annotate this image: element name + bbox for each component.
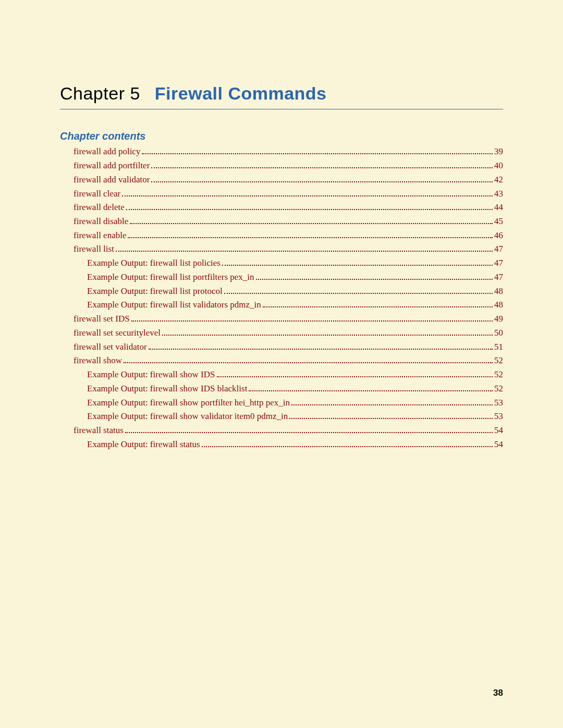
toc-entry-label: Example Output: firewall list protocol [87, 286, 223, 298]
toc-leader-dots [142, 145, 493, 154]
toc-entry[interactable]: Example Output: firewall list protocol48 [60, 285, 503, 297]
chapter-title: Firewall Commands [155, 83, 327, 104]
toc-entry[interactable]: Example Output: firewall show portfilter… [60, 396, 503, 409]
toc-leader-dots [217, 368, 493, 377]
toc-entry[interactable]: Example Output: firewall list validators… [60, 299, 503, 311]
toc-entry[interactable]: firewall disable45 [60, 215, 503, 228]
toc-leader-dots [131, 313, 493, 322]
toc-entry-label: firewall delete [74, 202, 125, 214]
toc-entry[interactable]: Example Output: firewall list policies47 [60, 257, 503, 269]
toc-leader-dots [128, 229, 493, 238]
toc-entry-page: 47 [494, 257, 503, 269]
toc-entry-label: firewall set IDS [74, 313, 130, 325]
toc-leader-dots [224, 285, 493, 293]
toc-entry-page: 53 [494, 397, 503, 409]
toc-entry-label: firewall clear [74, 188, 120, 200]
toc-entry[interactable]: firewall set IDS49 [60, 313, 503, 325]
toc-entry-label: firewall set validator [74, 341, 147, 353]
toc-leader-dots [151, 173, 493, 182]
toc-entry-page: 52 [494, 355, 503, 367]
toc-entry[interactable]: firewall status54 [60, 424, 503, 437]
toc-entry-label: Example Output: firewall list portfilter… [87, 272, 254, 283]
toc-leader-dots [130, 215, 493, 224]
toc-entry[interactable]: Example Output: firewall status54 [60, 438, 503, 450]
toc-entry-label: firewall status [74, 425, 124, 437]
toc-leader-dots [116, 243, 493, 252]
toc-entry-page: 54 [494, 425, 503, 437]
toc-entry-page: 47 [494, 243, 503, 255]
toc-entry-page: 45 [494, 216, 503, 228]
toc-leader-dots [162, 327, 493, 336]
toc-entry-page: 47 [494, 272, 503, 283]
toc-entry-page: 51 [494, 341, 503, 353]
toc-leader-dots [249, 382, 493, 391]
toc-entry-page: 48 [494, 286, 503, 298]
toc-entry[interactable]: firewall show52 [60, 354, 503, 367]
chapter-heading: Chapter 5 Firewall Commands [60, 83, 503, 109]
toc-entry-label: firewall show [74, 355, 122, 367]
toc-entry-page: 52 [494, 383, 503, 395]
toc-entry[interactable]: firewall add policy39 [60, 145, 503, 158]
toc-entry-label: Example Output: firewall list validators… [87, 299, 261, 311]
toc-entry[interactable]: Example Output: firewall show validator … [60, 410, 503, 423]
toc-entry-page: 40 [494, 160, 503, 172]
toc-entry-page: 52 [494, 369, 503, 381]
toc-entry-page: 53 [494, 411, 503, 423]
toc-entry[interactable]: firewall set securitylevel50 [60, 327, 503, 339]
toc-entry-page: 49 [494, 313, 503, 325]
toc-leader-dots [291, 396, 493, 405]
toc-entry-page: 39 [494, 146, 503, 158]
toc-entry-label: Example Output: firewall show IDS blackl… [87, 383, 247, 395]
toc-entry-label: firewall enable [74, 230, 126, 242]
toc-entry-label: Example Output: firewall show validator … [87, 411, 288, 423]
toc-entry[interactable]: firewall enable46 [60, 229, 503, 241]
toc-entry-page: 42 [494, 174, 503, 186]
toc-entry-label: Example Output: firewall status [87, 439, 200, 451]
page-container: Chapter 5 Firewall Commands Chapter cont… [0, 0, 563, 451]
toc-leader-dots [122, 187, 493, 196]
table-of-contents: firewall add policy39firewall add portfi… [60, 145, 503, 451]
toc-entry-label: Example Output: firewall show portfilter… [87, 397, 290, 409]
chapter-label: Chapter 5 [60, 83, 140, 104]
toc-entry-label: firewall set securitylevel [74, 327, 161, 339]
toc-leader-dots [151, 159, 493, 168]
toc-leader-dots [126, 201, 493, 210]
toc-entry[interactable]: Example Output: firewall show IDS blackl… [60, 382, 503, 394]
toc-entry[interactable]: firewall set validator51 [60, 340, 503, 353]
toc-leader-dots [124, 354, 493, 363]
toc-entry[interactable]: firewall clear43 [60, 187, 503, 200]
toc-entry-page: 46 [494, 230, 503, 242]
toc-entry-label: firewall add portfilter [74, 160, 150, 172]
toc-leader-dots [149, 340, 493, 349]
toc-leader-dots [256, 271, 493, 280]
toc-leader-dots [125, 424, 493, 433]
toc-entry-label: firewall add policy [74, 146, 140, 158]
toc-entry-page: 48 [494, 299, 503, 311]
toc-leader-dots [202, 438, 493, 447]
toc-entry-label: firewall disable [74, 216, 128, 228]
toc-entry-page: 54 [494, 439, 503, 451]
toc-entry-page: 50 [494, 327, 503, 339]
toc-entry-label: Example Output: firewall show IDS [87, 369, 215, 381]
toc-leader-dots [289, 410, 493, 419]
page-number: 38 [493, 688, 503, 698]
toc-entry-page: 43 [494, 188, 503, 200]
toc-entry-label: firewall list [74, 243, 114, 255]
toc-entry[interactable]: Example Output: firewall show IDS52 [60, 368, 503, 381]
toc-leader-dots [263, 299, 493, 307]
toc-leader-dots [222, 257, 493, 266]
toc-entry[interactable]: firewall list47 [60, 243, 503, 255]
toc-entry[interactable]: firewall delete44 [60, 201, 503, 214]
section-heading: Chapter contents [60, 130, 503, 142]
toc-entry-page: 44 [494, 202, 503, 214]
toc-entry[interactable]: Example Output: firewall list portfilter… [60, 271, 503, 283]
toc-entry-label: firewall add validator [74, 174, 150, 186]
toc-entry-label: Example Output: firewall list policies [87, 257, 221, 269]
toc-entry[interactable]: firewall add portfilter40 [60, 159, 503, 172]
toc-entry[interactable]: firewall add validator42 [60, 173, 503, 186]
